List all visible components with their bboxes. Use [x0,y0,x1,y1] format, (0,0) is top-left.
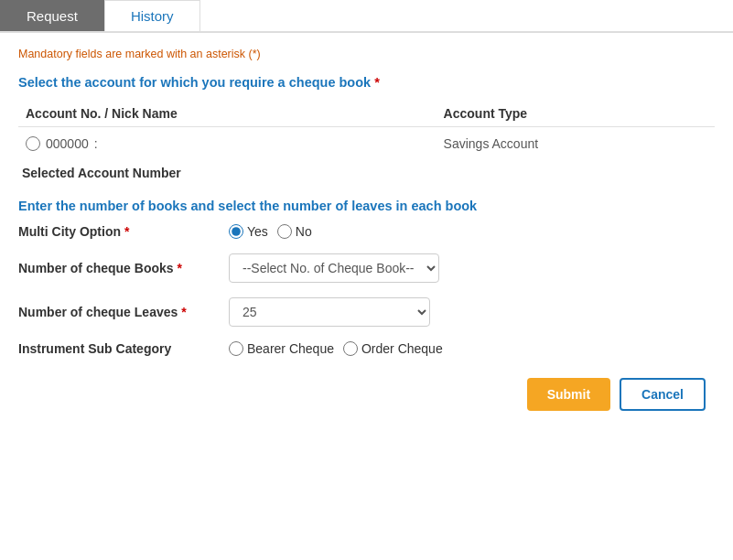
tab-history[interactable]: History [104,0,200,31]
selected-account-label: Selected Account Number [18,166,715,180]
cancel-button[interactable]: Cancel [620,378,706,411]
col-account-no: Account No. / Nick Name [18,101,437,127]
order-cheque-label: Order Cheque [361,341,443,356]
tab-request[interactable]: Request [0,0,104,31]
instrument-row: Instrument Sub Category Bearer Cheque Or… [18,341,715,356]
button-row: Submit Cancel [18,378,715,411]
tab-bar: Request History [0,0,733,33]
multi-city-label: Multi City Option* [18,224,229,239]
account-separator: : [94,136,98,151]
multi-city-no[interactable]: No [277,224,312,239]
account-number: 000000 [46,136,89,151]
multi-city-yes-label: Yes [247,224,268,239]
cheque-books-row: Number of cheque Books* --Select No. of … [18,253,715,283]
cheque-books-control: --Select No. of Cheque Book-- 1 2 3 4 5 [229,253,439,283]
required-star-4: * [181,305,186,319]
multi-city-no-radio[interactable] [277,224,292,239]
cheque-leaves-row: Number of cheque Leaves* 10 25 50 [18,297,715,327]
order-cheque-option[interactable]: Order Cheque [343,341,443,356]
mandatory-note: Mandatory fields are marked with an aste… [18,48,715,60]
cheque-books-label: Number of cheque Books* [18,261,229,275]
submit-button[interactable]: Submit [527,378,610,411]
order-cheque-radio[interactable] [343,341,358,356]
cheque-leaves-label: Number of cheque Leaves* [18,305,229,319]
instrument-label: Instrument Sub Category [18,341,229,356]
form-section: Multi City Option* Yes No Number of cheq… [18,224,715,356]
bearer-cheque-label: Bearer Cheque [247,341,334,356]
section2-title: Enter the number of books and select the… [18,199,715,213]
cheque-books-select[interactable]: --Select No. of Cheque Book-- 1 2 3 4 5 [229,253,439,283]
section1-title: Select the account for which you require… [18,75,715,90]
cheque-leaves-select[interactable]: 10 25 50 [229,297,430,327]
account-row: 000000 : Savings Account [18,127,715,161]
cheque-leaves-control: 10 25 50 [229,297,430,327]
page-content: Mandatory fields are marked with an aste… [0,33,733,429]
multi-city-yes-radio[interactable] [229,224,243,239]
account-radio[interactable] [26,136,40,151]
multi-city-no-label: No [296,224,312,239]
account-table: Account No. / Nick Name Account Type 000… [18,101,715,160]
account-no-cell: 000000 : [18,127,437,161]
multi-city-options: Yes No [229,224,312,239]
col-account-type: Account Type [437,101,715,127]
multi-city-row: Multi City Option* Yes No [18,224,715,239]
required-star-1: * [374,75,380,90]
bearer-cheque-option[interactable]: Bearer Cheque [229,341,334,356]
bearer-cheque-radio[interactable] [229,341,243,356]
multi-city-yes[interactable]: Yes [229,224,268,239]
instrument-options: Bearer Cheque Order Cheque [229,341,443,356]
account-type-cell: Savings Account [437,127,715,161]
required-star-3: * [178,261,182,275]
required-star-2: * [124,224,129,239]
